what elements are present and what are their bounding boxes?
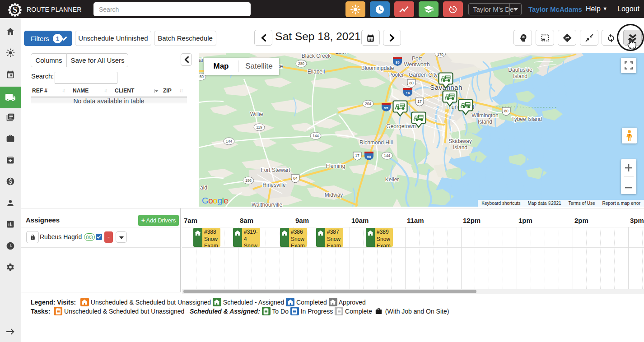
svg-text:119: 119	[256, 125, 262, 129]
svg-text:Richmond Hill: Richmond Hill	[359, 139, 393, 146]
svg-text:144: 144	[384, 153, 390, 158]
svg-text:Tybee Island: Tybee Island	[511, 116, 542, 122]
svg-text:144: 144	[226, 139, 232, 143]
svg-text:Willie: Willie	[250, 111, 263, 117]
svg-text:80: 80	[409, 81, 414, 85]
svg-text:84: 84	[293, 176, 298, 180]
svg-text:Ellabell: Ellabell	[308, 69, 325, 75]
svg-text:Bloomingdale: Bloomingdale	[361, 65, 394, 71]
svg-text:16: 16	[406, 91, 410, 95]
svg-text:Wilmington: Wilmington	[471, 112, 498, 119]
svg-text:Island: Island	[513, 73, 527, 79]
svg-text:250: 250	[199, 74, 204, 79]
svg-text:Hinesville: Hinesville	[262, 182, 286, 188]
svg-text:Pooler: Pooler	[388, 72, 404, 78]
svg-text:Eden: Eden	[335, 53, 348, 55]
svg-text:Fleming: Fleming	[326, 163, 345, 169]
svg-text:Skidaway: Skidaway	[448, 138, 471, 144]
svg-text:196: 196	[245, 178, 252, 183]
svg-text:Keller: Keller	[385, 176, 399, 183]
svg-text:ai: ai	[199, 57, 203, 63]
svg-text:80: 80	[504, 109, 509, 113]
svg-text:ald: ald	[200, 185, 207, 191]
svg-text:Wentworth: Wentworth	[404, 61, 429, 68]
svg-text:Fort Stewart: Fort Stewart	[261, 167, 290, 173]
svg-text:95: 95	[396, 60, 400, 65]
svg-text:S: S	[13, 5, 17, 14]
svg-text:170: 170	[437, 53, 443, 57]
svg-text:Daufuskie: Daufuskie	[508, 67, 532, 73]
svg-text:Garden City: Garden City	[409, 72, 438, 78]
svg-text:144: 144	[313, 134, 319, 138]
svg-text:Island: Island	[478, 119, 492, 125]
svg-text:95: 95	[384, 106, 388, 110]
svg-text:95: 95	[367, 155, 371, 159]
svg-text:280: 280	[298, 61, 304, 66]
svg-text:17: 17	[417, 99, 422, 104]
svg-text:Island: Island	[453, 144, 467, 151]
svg-text:Walthourville: Walthourville	[252, 202, 283, 207]
svg-text:Black Creek: Black Creek	[302, 53, 331, 59]
svg-text:Port: Port	[412, 55, 422, 62]
svg-text:Midway: Midway	[325, 192, 343, 198]
svg-text:Georgetown: Georgetown	[386, 123, 415, 129]
svg-text:204: 204	[365, 102, 371, 106]
svg-text:17: 17	[355, 153, 359, 158]
